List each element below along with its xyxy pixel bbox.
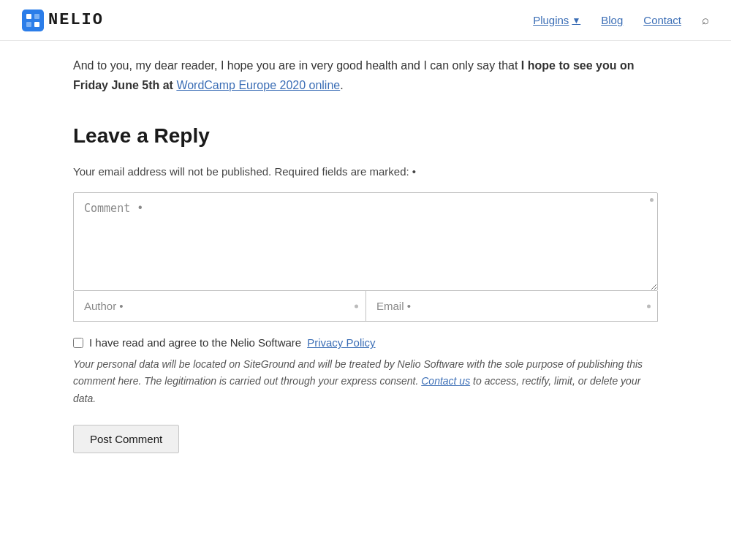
- privacy-policy-link[interactable]: Privacy Policy: [307, 336, 375, 349]
- post-comment-button[interactable]: Post Comment: [73, 425, 179, 453]
- required-fields-note: Your email address will not be published…: [73, 165, 658, 178]
- comment-textarea[interactable]: [73, 192, 658, 291]
- logo-text: NELIO: [48, 11, 104, 29]
- required-note-text: Your email address will not be published…: [73, 165, 416, 178]
- intro-text-suffix: .: [340, 79, 343, 91]
- nav-plugins-label: Plugins: [533, 14, 569, 26]
- privacy-label-prefix: I have read and agree to the Nelio Softw…: [89, 336, 301, 349]
- privacy-notice-text: Your personal data will be located on Si…: [73, 356, 658, 406]
- svg-rect-0: [22, 10, 44, 31]
- intro-text-prefix: And to you, my dear reader, I hope you a…: [73, 59, 521, 72]
- search-icon[interactable]: ⌕: [702, 13, 709, 28]
- wordcamp-link[interactable]: WordCamp Europe 2020 online: [176, 79, 340, 91]
- intro-paragraph: And to you, my dear reader, I hope you a…: [73, 56, 658, 95]
- email-input[interactable]: [366, 291, 658, 322]
- site-logo[interactable]: NELIO: [22, 10, 104, 31]
- privacy-checkbox[interactable]: [73, 338, 83, 348]
- site-header: NELIO Plugins ▼ Blog Contact ⌕: [0, 0, 731, 41]
- email-input-wrapper: [366, 291, 658, 322]
- svg-rect-2: [34, 14, 39, 19]
- nav-contact[interactable]: Contact: [643, 14, 681, 26]
- nav-blog[interactable]: Blog: [601, 14, 623, 26]
- contact-us-link[interactable]: Contact us: [421, 375, 470, 387]
- nav-plugins[interactable]: Plugins ▼: [533, 14, 580, 26]
- author-input[interactable]: [73, 291, 366, 322]
- chevron-down-icon: ▼: [572, 15, 580, 26]
- main-content: And to you, my dear reader, I hope you a…: [51, 41, 680, 483]
- nelio-logo-icon: [22, 10, 44, 31]
- comment-textarea-wrapper: [73, 192, 658, 291]
- privacy-checkbox-label[interactable]: I have read and agree to the Nelio Softw…: [73, 336, 658, 349]
- svg-rect-4: [34, 22, 39, 27]
- comment-form: I have read and agree to the Nelio Softw…: [73, 192, 658, 453]
- privacy-section: I have read and agree to the Nelio Softw…: [73, 336, 658, 406]
- author-email-row: [73, 291, 658, 322]
- author-input-wrapper: [73, 291, 366, 322]
- svg-rect-1: [26, 14, 31, 19]
- main-nav: Plugins ▼ Blog Contact ⌕: [533, 13, 709, 28]
- leave-reply-heading: Leave a Reply: [73, 124, 658, 148]
- svg-rect-3: [26, 22, 31, 27]
